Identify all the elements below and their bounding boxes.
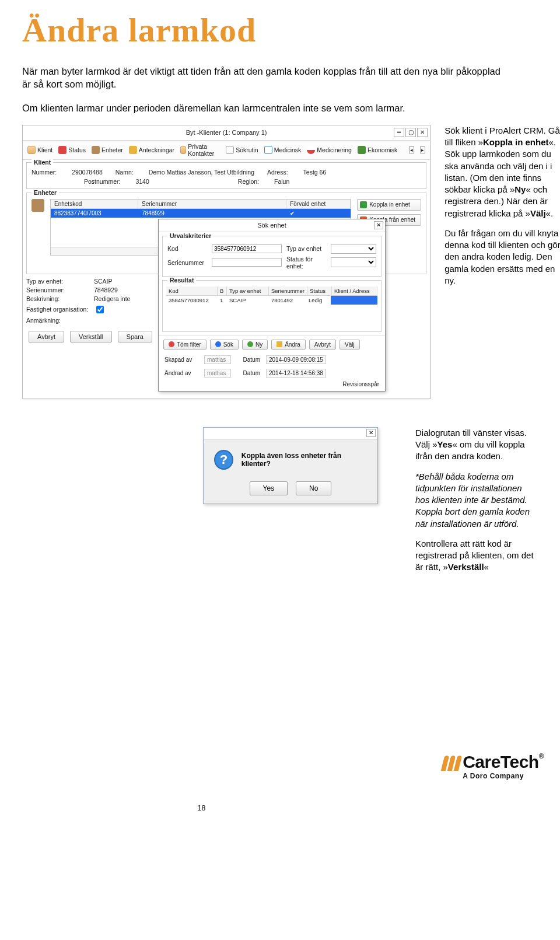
table-row[interactable]: 8823837740/7003 7848929 ✔ — [51, 209, 351, 218]
caretech-logo: CareTech® A Doro Company — [443, 752, 544, 780]
tab-anteckningar[interactable]: Anteckningar — [129, 146, 174, 154]
tab-scroll-left[interactable]: ◂ — [409, 146, 414, 153]
modal-close-button[interactable]: ✕ — [374, 221, 383, 229]
col-serienummer[interactable]: Serienummer — [138, 200, 286, 208]
col-ser[interactable]: Serienummer — [269, 286, 307, 295]
avbryt-button[interactable]: Avbryt — [309, 340, 336, 350]
avbryt-button[interactable]: Avbryt — [29, 331, 64, 343]
close-button[interactable]: ✕ — [417, 128, 428, 137]
col-klient[interactable]: Klient / Adress — [332, 286, 377, 295]
tab-toolbar: Klient Status Enheter Anteckningar Priva… — [23, 141, 430, 160]
typ-select[interactable] — [331, 244, 376, 254]
dialog-text: Koppla även loss enheter från klienter? — [242, 452, 367, 468]
stat-label: Status för enhet: — [286, 256, 326, 270]
tab-scroll-right[interactable]: ▸ — [420, 146, 425, 153]
region-label: Region: — [238, 178, 259, 185]
urv-legend: Urvalskriterier — [167, 232, 214, 239]
skapad-label: Skapad av — [164, 357, 198, 363]
cell-kod: 3584577080912 — [166, 296, 218, 305]
andra-button[interactable]: Ändra — [271, 340, 306, 350]
tab-medicinsk[interactable]: Medicinsk — [264, 146, 302, 154]
col-status[interactable]: Status — [307, 286, 332, 295]
namn-value: Demo Mattias Jansson, Test Utbildning — [148, 169, 256, 176]
tom-filter-button[interactable]: Töm filter — [163, 340, 206, 350]
col-typ[interactable]: Typ av enhet — [227, 286, 269, 295]
modal-titlebar: Sök enhet ✕ — [159, 219, 385, 232]
cell-ser: 7801492 — [269, 296, 306, 305]
yes-button[interactable]: Yes — [250, 481, 288, 495]
andrad-row: Ändrad av mattias Datum 2014-12-18 14:56… — [159, 366, 385, 380]
tab-privata-kontakter[interactable]: Privata Kontakter — [180, 143, 220, 157]
besk-label: Beskrivning: — [26, 295, 90, 302]
col-kod[interactable]: Kod — [166, 286, 218, 295]
instruction-text-1: Sök klient i ProAlert CRM. Gå till flike… — [444, 125, 560, 295]
typ-label: Typ av enhet: — [26, 278, 90, 285]
tab-medicinering[interactable]: Medicinering — [307, 146, 352, 154]
typ-value: SCAIP — [94, 278, 113, 285]
confirm-dialog: ✕ ? Koppla även loss enheter från klient… — [203, 427, 378, 504]
edit-icon — [276, 341, 282, 347]
col-b[interactable]: B — [218, 286, 227, 295]
klient-section: Klient Nummer: 290078488 Namn: Demo Matt… — [26, 162, 426, 189]
adress-value: Testg 66 — [302, 169, 328, 176]
tab-status[interactable]: Status — [58, 146, 86, 154]
pencil-icon — [129, 146, 137, 154]
revisionsspar-link[interactable]: Revisionsspår — [159, 380, 385, 391]
spara-button[interactable]: Spara — [118, 331, 152, 343]
kod-label: Kod — [167, 245, 207, 252]
maximize-button[interactable]: ▢ — [405, 128, 416, 137]
sok-button[interactable]: Sök — [210, 340, 239, 350]
tab-ekonomisk[interactable]: Ekonomisk — [358, 146, 397, 154]
tab-klient[interactable]: Klient — [27, 146, 52, 154]
cell-forvald: ✔ — [286, 209, 351, 218]
intro-p2: Om klienten larmar under perioden däreme… — [22, 102, 506, 114]
person-icon — [27, 146, 36, 154]
namn-label: Namn: — [116, 169, 134, 176]
dialog-close-button[interactable]: ✕ — [366, 429, 376, 437]
tab-sokrutin[interactable]: Sökrutin — [226, 146, 258, 154]
res-legend: Resultat — [167, 277, 196, 284]
koppla-in-enhet-button[interactable]: Koppla in enhet — [357, 199, 421, 211]
andrad-value: mattias — [204, 369, 231, 378]
person-icon — [180, 146, 186, 154]
kod-input[interactable] — [212, 244, 282, 253]
postnummer-value: 3140 — [134, 178, 150, 185]
page-number: 18 — [22, 803, 538, 812]
minimize-button[interactable]: ━ — [394, 128, 404, 137]
datum-label: Datum — [237, 370, 260, 376]
enheter-legend: Enheter — [32, 189, 59, 196]
besk-value: Redigera inte — [94, 295, 130, 302]
ny-button[interactable]: Ny — [242, 340, 268, 350]
ser-input[interactable] — [212, 258, 282, 267]
medical-icon — [264, 146, 272, 154]
intro-p1: När man byter larmkod är det viktigt att… — [22, 65, 506, 91]
typ-label: Typ av enhet — [286, 245, 326, 252]
fastighet-label: Fastighet organisation: — [26, 306, 90, 313]
ser-label: Serienummer — [167, 259, 207, 266]
intro-text: När man byter larmkod är det viktigt att… — [22, 65, 538, 114]
datum-label: Datum — [237, 357, 260, 363]
tab-enheter[interactable]: Enheter — [92, 146, 123, 154]
klient-legend: Klient — [32, 159, 53, 166]
window-title: Byt -Klienter (1: Company 1) — [186, 129, 267, 136]
no-button[interactable]: No — [296, 481, 331, 495]
doc-icon — [226, 146, 234, 154]
col-enhetskod[interactable]: Enhetskod — [51, 200, 138, 208]
question-icon: ? — [214, 450, 233, 470]
proalert-window: Byt -Klienter (1: Company 1) ━ ▢ ✕ Klien… — [22, 125, 430, 399]
valj-button[interactable]: Välj — [340, 340, 360, 350]
stat-select[interactable] — [331, 257, 376, 267]
pill-icon — [307, 146, 315, 154]
serie-value: 7848929 — [94, 286, 118, 293]
skapad-value: mattias — [204, 355, 231, 364]
nummer-label: Nummer: — [32, 169, 57, 176]
verkstall-button[interactable]: Verkställ — [70, 331, 112, 343]
fastighet-checkbox[interactable] — [96, 306, 104, 313]
flag-icon — [58, 146, 66, 154]
col-forvald[interactable]: Förvald enhet — [286, 200, 351, 208]
logo-stripes-icon — [443, 756, 460, 771]
cell-klient — [331, 296, 377, 305]
postnummer-label: Postnummer: — [84, 178, 120, 185]
urvalskriterier-box: Urvalskriterier Kod Typ av enhet Serienu… — [162, 236, 382, 277]
table-row[interactable]: 3584577080912 1 SCAIP 7801492 Ledig — [166, 296, 377, 305]
